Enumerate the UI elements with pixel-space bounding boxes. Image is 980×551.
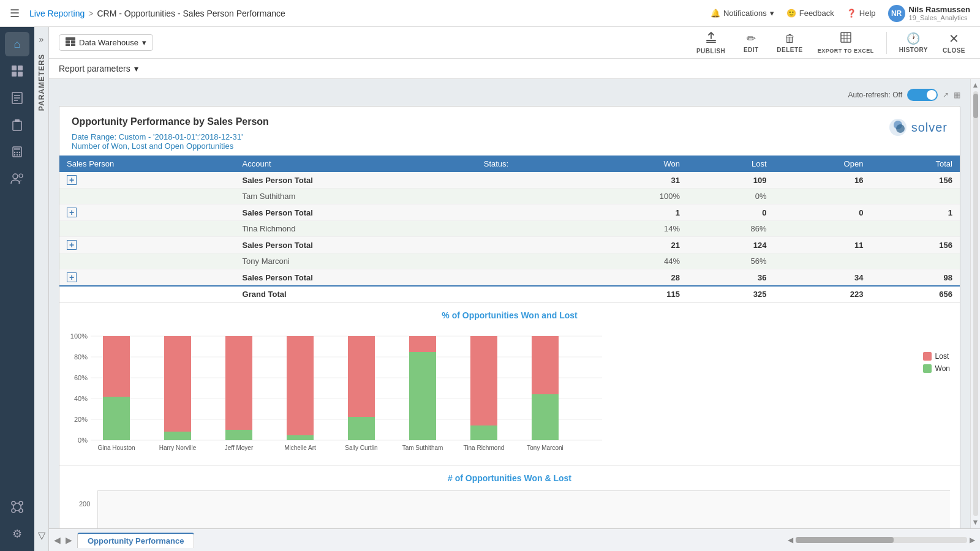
horizontal-scroll: ◀ ▶ xyxy=(788,536,975,544)
svg-point-16 xyxy=(17,154,18,156)
filter-icon[interactable]: ▽ xyxy=(38,530,45,541)
chart1-wrapper: 100% 80% 60% 40% 20% 0% xyxy=(69,328,950,458)
scrollbar-track[interactable] xyxy=(973,91,978,516)
sidebar-item-home[interactable]: ⌂ xyxy=(5,32,29,56)
tab-bar: ◀ ▶ Opportunity Performance ◀ ▶ xyxy=(49,529,980,551)
legend-lost: Lost xyxy=(923,352,950,361)
chart2-section: # of Opportunities Won & Lost 200 100 xyxy=(59,465,960,528)
close-button[interactable]: ✕ CLOSE xyxy=(938,29,970,56)
report-params-label: Report parameters xyxy=(59,64,130,73)
svg-text:Tina Richmond: Tina Richmond xyxy=(464,444,505,451)
data-warehouse-button[interactable]: Data Warehouse ▾ xyxy=(59,34,153,51)
date-range-value: Custom - '2018-01-01':'2018-12-31' xyxy=(119,132,243,141)
sidebar-item-calculator[interactable] xyxy=(5,140,29,164)
export-label: EXPORT TO EXCEL xyxy=(818,48,874,54)
legend-won-color xyxy=(923,364,932,373)
svg-rect-35 xyxy=(841,32,851,42)
sidebar-item-reports[interactable] xyxy=(5,86,29,110)
publish-button[interactable]: PUBLISH xyxy=(692,29,730,57)
report-table: Sales Person Account Status: Won Lost Op… xyxy=(59,156,960,302)
report-subtitle: Number of Won, Lost and Open Opportuniti… xyxy=(72,141,269,151)
svg-rect-32 xyxy=(71,43,75,46)
scrollbar-thumb[interactable] xyxy=(973,94,978,118)
report-header: Opportunity Performance by Sales Person … xyxy=(59,107,960,156)
secondary-sidebar: » Parameters ▽ xyxy=(34,27,49,551)
edit-button[interactable]: ✏ EDIT xyxy=(735,29,767,56)
report-params-button[interactable]: Report parameters ▾ xyxy=(59,64,138,73)
svg-rect-60 xyxy=(103,397,130,440)
svg-rect-69 xyxy=(287,336,314,435)
h-scroll-track[interactable] xyxy=(796,537,967,543)
report-container: Auto-refresh: Off ↗ ▦ Opportunity Perfor… xyxy=(49,79,970,528)
svg-rect-70 xyxy=(287,435,314,440)
svg-text:20%: 20% xyxy=(74,416,88,423)
expand-button[interactable]: + xyxy=(67,272,77,282)
tab-next-button[interactable]: ▶ xyxy=(66,535,72,545)
col-status: Status: xyxy=(477,156,588,172)
notifications-button[interactable]: 🔔 Notifications ▾ xyxy=(710,9,774,18)
table-row: + Sales Person Total 21 124 11 156 xyxy=(59,237,960,253)
h-scroll-thumb[interactable] xyxy=(796,537,894,543)
delete-icon: 🗑 xyxy=(785,32,796,45)
col-lost: Lost xyxy=(687,156,774,172)
help-button[interactable]: ❓ Help xyxy=(846,9,876,18)
data-warehouse-chevron: ▾ xyxy=(142,38,146,47)
auto-refresh-toggle[interactable] xyxy=(907,89,938,101)
h-scroll-btn-left[interactable]: ◀ xyxy=(788,536,793,544)
expand-button[interactable]: + xyxy=(67,208,77,217)
user-profile[interactable]: NR Nils Rasmussen 19_Sales_Analytics xyxy=(888,5,970,22)
sidebar-item-integrations[interactable] xyxy=(5,495,29,519)
sidebar-item-dashboard[interactable] xyxy=(5,59,29,83)
vertical-scrollbar[interactable]: ▲ ▼ xyxy=(970,79,980,528)
history-icon: 🕐 xyxy=(907,32,920,45)
top-nav-right: 🔔 Notifications ▾ 🙂 Feedback ❓ Help NR N… xyxy=(710,5,970,22)
svg-rect-63 xyxy=(164,336,191,432)
expand-button[interactable]: + xyxy=(67,175,77,185)
tab-prev-button[interactable]: ◀ xyxy=(54,535,61,545)
delete-button[interactable]: 🗑 DELETE xyxy=(772,30,807,56)
history-button[interactable]: 🕐 HISTORY xyxy=(894,29,933,56)
scroll-up-button[interactable]: ▲ xyxy=(972,81,979,89)
sidebar-item-settings[interactable]: ⚙ xyxy=(5,522,29,546)
svg-rect-76 xyxy=(409,352,436,440)
svg-point-21 xyxy=(19,501,23,505)
expand-button[interactable]: + xyxy=(67,240,77,250)
svg-rect-0 xyxy=(12,66,17,70)
svg-rect-73 xyxy=(348,417,375,440)
breadcrumb: Live Reporting > CRM - Opportunities - S… xyxy=(29,9,285,18)
solver-logo: solver xyxy=(887,116,948,138)
svg-text:0%: 0% xyxy=(78,437,88,444)
sidebar-item-users[interactable] xyxy=(5,167,29,191)
tab-label: Opportunity Performance xyxy=(88,536,184,545)
svg-rect-3 xyxy=(18,72,23,77)
toggle-thumb xyxy=(927,90,937,100)
tab-opportunity-performance[interactable]: Opportunity Performance xyxy=(77,533,194,548)
help-label: Help xyxy=(859,9,876,18)
svg-rect-11 xyxy=(14,148,20,150)
chart2-placeholder xyxy=(97,490,950,528)
feedback-smiley-icon: 🙂 xyxy=(786,9,796,18)
breadcrumb-separator: > xyxy=(88,9,93,18)
feedback-button[interactable]: 🙂 Feedback xyxy=(786,9,834,18)
svg-point-22 xyxy=(12,509,15,512)
chart1-title: % of Opportunities Won and Lost xyxy=(69,310,950,320)
bottom-area: ◀ ▶ Opportunity Performance ◀ ▶ xyxy=(49,528,980,551)
hamburger-icon[interactable]: ☰ xyxy=(10,7,20,20)
h-scroll-btn-right[interactable]: ▶ xyxy=(970,536,975,544)
svg-rect-64 xyxy=(164,432,191,440)
collapse-button[interactable]: » xyxy=(39,34,44,44)
bell-icon: 🔔 xyxy=(710,9,720,18)
scroll-down-button[interactable]: ▼ xyxy=(972,519,979,526)
grid-view-icon[interactable]: ▦ xyxy=(954,91,960,99)
sidebar-item-clipboard[interactable] xyxy=(5,113,29,137)
table-row: + Sales Person Total 1 0 0 1 xyxy=(59,204,960,221)
params-chevron: ▾ xyxy=(134,64,138,73)
chart1-svg-area: 100% 80% 60% 40% 20% 0% xyxy=(69,328,913,458)
toolbar-divider xyxy=(886,32,887,54)
export-excel-button[interactable]: EXPORT TO EXCEL xyxy=(813,29,879,56)
auto-refresh-bar: Auto-refresh: Off ↗ ▦ xyxy=(59,89,960,101)
breadcrumb-live-reporting[interactable]: Live Reporting xyxy=(29,9,85,18)
svg-point-42 xyxy=(896,124,905,133)
edit-label: EDIT xyxy=(744,47,759,53)
external-link-icon[interactable]: ↗ xyxy=(943,91,949,99)
